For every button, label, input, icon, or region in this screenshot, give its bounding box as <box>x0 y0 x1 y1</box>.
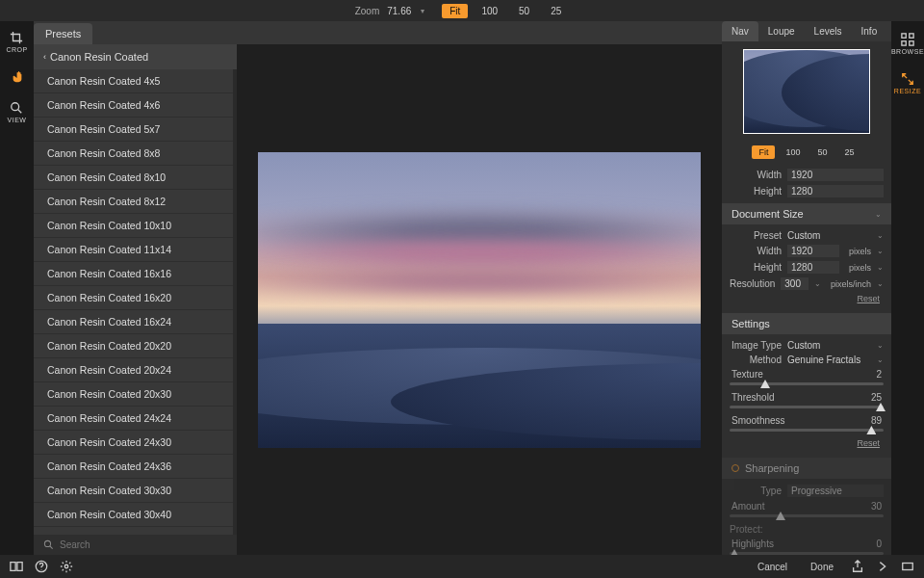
height-label: Height <box>730 186 782 197</box>
preset-item[interactable]: Canon Resin Coated 16x20 <box>34 286 233 310</box>
preset-item[interactable]: Canon Resin Coated 24x30 <box>34 431 233 455</box>
help-icon[interactable] <box>35 560 48 573</box>
chevron-down-icon[interactable]: ⌄ <box>877 279 884 288</box>
right-toolbar: BROWSE RESIZE <box>891 21 924 555</box>
pan-tool[interactable] <box>11 70 24 84</box>
resolution-input[interactable]: 300 <box>781 277 808 290</box>
width-value[interactable]: 1920 <box>787 169 884 181</box>
chevron-down-icon[interactable]: ⌄ <box>877 341 884 350</box>
preset-item[interactable]: Canon Resin Coated 20x24 <box>34 358 233 382</box>
sharpening-body: TypeProgressive Amount30 Protect: Highli… <box>722 479 891 555</box>
info-tab[interactable]: Info <box>852 21 887 41</box>
svg-rect-3 <box>910 34 913 38</box>
preset-item[interactable]: Canon Resin Coated 8x12 <box>34 190 233 214</box>
zoom-50-button[interactable]: 50 <box>511 4 537 18</box>
preset-item[interactable]: Canon Resin Coated 30x40 <box>34 503 233 527</box>
preset-item[interactable]: Canon Resin Coated 8x8 <box>34 142 233 166</box>
chevron-down-icon[interactable]: ▾ <box>421 7 424 15</box>
nav-zoom-row: Fit 100 50 25 <box>722 142 891 167</box>
preset-item[interactable]: Canon Resin Coated 4x5 <box>34 69 233 93</box>
done-button[interactable]: Done <box>805 560 839 574</box>
preset-item[interactable]: Canon Resin Coated 20x20 <box>34 334 233 358</box>
nav-zoom-fit[interactable]: Fit <box>752 145 775 159</box>
threshold-slider[interactable]: Threshold25 <box>730 390 884 413</box>
doc-width-input[interactable]: 1920 <box>787 245 839 257</box>
next-icon[interactable] <box>876 560 889 573</box>
rect-icon[interactable] <box>901 560 914 573</box>
document-size-header[interactable]: Document Size⌄ <box>722 203 891 224</box>
resolution-unit[interactable]: pixels/inch <box>831 279 871 289</box>
doc-height-input[interactable]: 1280 <box>787 261 839 274</box>
preset-item[interactable]: Canon Resin Coated 24x36 <box>34 455 233 479</box>
height-unit[interactable]: pixels <box>849 263 871 273</box>
preset-item[interactable]: Canon Resin Coated 20x30 <box>34 382 233 407</box>
nav-zoom-100[interactable]: 100 <box>779 145 807 159</box>
chevron-down-icon[interactable]: ⌄ <box>814 279 821 288</box>
cancel-button[interactable]: Cancel <box>752 560 793 574</box>
zoom-25-button[interactable]: 25 <box>543 4 569 18</box>
browse-tool[interactable]: BROWSE <box>891 33 924 55</box>
smoothness-slider[interactable]: Smoothness89 <box>730 413 884 436</box>
preset-item[interactable]: Canon Resin Coated 11x14 <box>34 238 233 262</box>
preset-item[interactable]: Canon Resin Coated 16x16 <box>34 262 233 286</box>
chevron-down-icon[interactable]: ⌄ <box>877 231 884 240</box>
preset-item[interactable]: Canon Resin Coated 4x6 <box>34 93 233 118</box>
doc-reset[interactable]: Reset <box>730 292 884 305</box>
view-tool[interactable]: VIEW <box>8 101 27 123</box>
texture-slider[interactable]: Texture2 <box>730 367 884 390</box>
preset-select[interactable]: Custom <box>787 230 871 241</box>
settings-header[interactable]: Settings <box>722 313 891 334</box>
dual-view-icon[interactable] <box>10 560 23 573</box>
nav-zoom-25[interactable]: 25 <box>838 145 861 159</box>
preset-item[interactable]: Canon Resin Coated 30x45 <box>34 527 233 535</box>
resize-tool[interactable]: RESIZE <box>894 72 921 94</box>
highlights-slider[interactable]: Highlights0 <box>730 537 884 555</box>
preset-item[interactable]: Canon Resin Coated 5x7 <box>34 118 233 142</box>
preset-search[interactable] <box>34 535 237 555</box>
preset-category-header[interactable]: ‹ Canon Resin Coated <box>34 44 237 69</box>
preset-item[interactable]: Canon Resin Coated 16x24 <box>34 310 233 334</box>
levels-tab[interactable]: Levels <box>805 21 852 41</box>
zoom-label: Zoom <box>355 6 380 16</box>
chevron-down-icon[interactable]: ⌄ <box>877 263 884 272</box>
chevron-down-icon[interactable]: ⌄ <box>877 247 884 255</box>
crop-tool[interactable]: CROP <box>6 31 27 53</box>
loupe-tab[interactable]: Loupe <box>758 21 805 41</box>
presets-tab[interactable]: Presets <box>34 23 92 44</box>
document-size-body: PresetCustom⌄ Width1920pixels⌄ Height128… <box>722 224 891 313</box>
zoom-fit-button[interactable]: Fit <box>442 4 468 18</box>
svg-point-1 <box>44 540 50 546</box>
height-value[interactable]: 1280 <box>787 185 884 197</box>
nav-thumbnail[interactable] <box>743 49 870 134</box>
sharpening-header[interactable]: Sharpening <box>722 458 891 479</box>
zoom-value[interactable]: 71.66 <box>387 6 411 16</box>
svg-rect-6 <box>11 563 15 571</box>
gear-icon[interactable] <box>60 560 73 573</box>
amount-slider[interactable]: Amount30 <box>730 499 884 522</box>
method-select[interactable]: Genuine Fractals <box>787 355 871 365</box>
canvas[interactable] <box>237 44 722 555</box>
width-unit[interactable]: pixels <box>849 247 871 256</box>
chevron-left-icon: ‹ <box>43 52 46 62</box>
crop-icon <box>10 31 23 44</box>
preset-item[interactable]: Canon Resin Coated 8x10 <box>34 166 233 190</box>
search-icon <box>43 539 54 550</box>
sharpen-type-select[interactable]: Progressive <box>787 485 884 497</box>
search-input[interactable] <box>60 539 227 550</box>
preset-item[interactable]: Canon Resin Coated 30x30 <box>34 479 233 503</box>
chevron-down-icon[interactable]: ⌄ <box>877 355 884 364</box>
nav-tab[interactable]: Nav <box>722 21 758 41</box>
settings-reset[interactable]: Reset <box>730 436 884 450</box>
image-type-select[interactable]: Custom <box>787 340 871 351</box>
export-icon[interactable] <box>851 560 864 573</box>
right-tabs: Nav Loupe Levels Info <box>722 21 891 41</box>
preset-item[interactable]: Canon Resin Coated 10x10 <box>34 214 233 238</box>
top-zoom-bar: Zoom 71.66 ▾ Fit 100 50 25 <box>0 0 924 21</box>
toggle-icon[interactable] <box>732 464 739 472</box>
preset-item[interactable]: Canon Resin Coated 24x24 <box>34 407 233 431</box>
svg-rect-5 <box>910 41 913 45</box>
svg-rect-10 <box>903 564 913 570</box>
preset-list[interactable]: Canon Resin Coated 4x5Canon Resin Coated… <box>34 69 237 535</box>
zoom-100-button[interactable]: 100 <box>474 4 505 18</box>
nav-zoom-50[interactable]: 50 <box>811 145 834 159</box>
